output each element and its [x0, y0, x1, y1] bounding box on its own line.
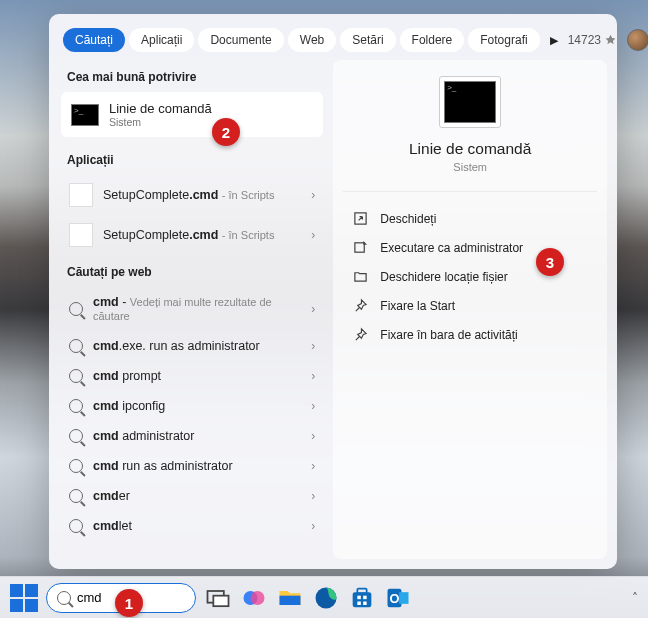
file-icon: [69, 223, 93, 247]
search-icon: [69, 459, 83, 473]
chevron-right-icon: ›: [311, 228, 315, 242]
chevron-right-icon: ›: [311, 519, 315, 533]
file-explorer-icon[interactable]: [276, 584, 304, 612]
svg-point-5: [251, 591, 265, 605]
tab-web[interactable]: Web: [288, 28, 336, 52]
rewards-points[interactable]: 14723: [568, 33, 617, 47]
user-avatar[interactable]: [627, 29, 648, 51]
tab-folders[interactable]: Foldere: [400, 28, 465, 52]
search-tabs: Căutați Aplicații Documente Web Setări F…: [49, 14, 617, 60]
app-result[interactable]: SetupComplete.cmd - în Scripts ›: [59, 175, 325, 215]
preview-title: Linie de comandă: [409, 140, 531, 158]
search-icon: [69, 429, 83, 443]
copilot-icon[interactable]: [240, 584, 268, 612]
cmd-icon: [71, 104, 99, 126]
search-icon: [69, 302, 83, 316]
system-tray[interactable]: ˄: [632, 591, 638, 605]
web-result[interactable]: cmder ›: [59, 481, 325, 511]
web-result[interactable]: cmdlet ›: [59, 511, 325, 541]
svg-rect-12: [363, 601, 367, 605]
search-icon: [69, 369, 83, 383]
preview-subtitle: Sistem: [453, 161, 487, 173]
section-web: Căutați pe web: [59, 255, 325, 287]
svg-text:O: O: [390, 590, 400, 605]
edge-icon[interactable]: [312, 584, 340, 612]
section-best-match: Cea mai bună potrivire: [59, 60, 325, 92]
svg-rect-7: [353, 592, 372, 607]
svg-rect-3: [213, 595, 228, 606]
chevron-right-icon: ›: [311, 339, 315, 353]
web-result[interactable]: cmd ipconfig ›: [59, 391, 325, 421]
chevron-right-icon: ›: [311, 369, 315, 383]
preview-app-icon: [439, 76, 501, 128]
web-result[interactable]: cmd.exe. run as administrator ›: [59, 331, 325, 361]
svg-rect-15: [399, 592, 408, 604]
tab-photos[interactable]: Fotografi: [468, 28, 539, 52]
taskbar: O ˄: [0, 576, 648, 618]
chevron-right-icon: ›: [311, 188, 315, 202]
preview-action-pin[interactable]: Fixare la Start: [343, 291, 597, 320]
tabs-more-arrow-icon[interactable]: ▶: [544, 34, 564, 47]
chevron-right-icon: ›: [311, 459, 315, 473]
tab-settings[interactable]: Setări: [340, 28, 395, 52]
pin-icon: [353, 298, 368, 313]
search-icon: [69, 489, 83, 503]
best-match-item[interactable]: Linie de comandă Sistem: [61, 92, 323, 137]
web-result[interactable]: cmd - Vedeți mai multe rezultate de căut…: [59, 287, 325, 331]
annotation-3: 3: [536, 248, 564, 276]
best-match-title: Linie de comandă: [109, 101, 212, 116]
chevron-right-icon: ›: [311, 489, 315, 503]
web-result[interactable]: cmd run as administrator ›: [59, 451, 325, 481]
outlook-icon[interactable]: O: [384, 584, 412, 612]
search-icon: [69, 399, 83, 413]
app-result[interactable]: SetupComplete.cmd - în Scripts ›: [59, 215, 325, 255]
svg-rect-8: [357, 588, 366, 593]
tab-search[interactable]: Căutați: [63, 28, 125, 52]
start-button[interactable]: [10, 584, 38, 612]
search-panel: Căutați Aplicații Documente Web Setări F…: [49, 14, 617, 569]
admin-icon: [353, 240, 368, 255]
web-result[interactable]: cmd administrator ›: [59, 421, 325, 451]
points-value: 14723: [568, 33, 601, 47]
section-apps: Aplicații: [59, 143, 325, 175]
open-icon: [353, 211, 368, 226]
search-icon: [69, 519, 83, 533]
folder-icon: [353, 269, 368, 284]
preview-pane: Linie de comandă Sistem DeschidețiExecut…: [333, 60, 607, 559]
best-match-subtitle: Sistem: [109, 116, 212, 128]
svg-rect-9: [357, 595, 361, 599]
results-column: Cea mai bună potrivire Linie de comandă …: [59, 60, 325, 559]
web-result[interactable]: cmd prompt ›: [59, 361, 325, 391]
svg-rect-1: [355, 243, 364, 252]
svg-rect-11: [357, 601, 361, 605]
chevron-right-icon: ›: [311, 429, 315, 443]
tab-apps[interactable]: Aplicații: [129, 28, 194, 52]
task-view-icon[interactable]: [204, 584, 232, 612]
annotation-1: 1: [115, 589, 143, 617]
preview-action-open[interactable]: Deschideți: [343, 204, 597, 233]
preview-action-pin[interactable]: Fixare în bara de activități: [343, 320, 597, 349]
svg-rect-10: [363, 595, 367, 599]
search-icon: [57, 591, 71, 605]
search-icon: [69, 339, 83, 353]
chevron-right-icon: ›: [311, 399, 315, 413]
annotation-2: 2: [212, 118, 240, 146]
chevron-right-icon: ›: [311, 302, 315, 316]
store-icon[interactable]: [348, 584, 376, 612]
tab-documents[interactable]: Documente: [198, 28, 283, 52]
tray-chevron-icon[interactable]: ˄: [632, 591, 638, 605]
pin-icon: [353, 327, 368, 342]
file-icon: [69, 183, 93, 207]
